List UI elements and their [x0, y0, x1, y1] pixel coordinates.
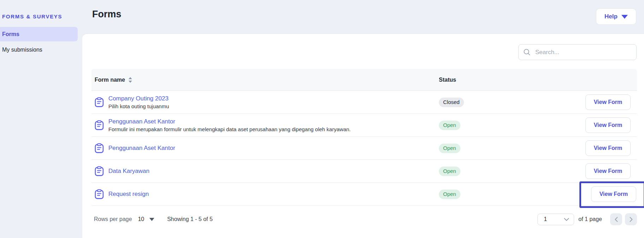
status-badge: Open: [439, 190, 460, 199]
form-name-link[interactable]: Company Outing 2023: [108, 95, 169, 102]
form-name-link[interactable]: Penggunaan Aset Kantor: [108, 145, 175, 152]
page-select[interactable]: 1: [537, 214, 574, 225]
search-row: [82, 34, 644, 60]
table-footer: Rows per page 10 Showing 1 - 5 of 5 1 of…: [91, 206, 637, 225]
table-row: Penggunaan Aset Kantor Open View Form: [91, 137, 637, 160]
help-button[interactable]: Help: [596, 8, 636, 25]
clipboard-icon: [95, 143, 104, 153]
sidebar-item-my-submissions[interactable]: My submissions: [0, 43, 78, 56]
rows-per-page-value: 10: [138, 216, 144, 222]
chevron-left-icon: [615, 217, 618, 222]
view-form-button[interactable]: View Form: [591, 186, 636, 202]
form-description: Formulir ini merupakan formulir untuk me…: [108, 126, 351, 133]
status-badge: Closed: [439, 98, 464, 107]
clipboard-icon: [95, 166, 104, 176]
table-row: Request resign Open View Form: [91, 183, 637, 206]
caret-down-icon: [149, 218, 154, 221]
form-description: Pilih kota outing tujuanmu: [108, 103, 169, 110]
page-count-text: of 1 page: [578, 216, 602, 222]
status-badge: Open: [439, 167, 460, 176]
highlight-outline: View Form: [579, 181, 644, 208]
search-input[interactable]: [535, 48, 632, 56]
rows-per-page-select[interactable]: 10: [138, 216, 155, 222]
sidebar: FORMS & SURVEYS Forms My submissions: [0, 0, 82, 238]
table-row: Penggunaan Aset Kantor Formulir ini meru…: [91, 114, 637, 137]
chevron-down-icon: [564, 218, 569, 221]
chevron-right-icon: [630, 217, 633, 222]
sidebar-title: FORMS & SURVEYS: [2, 13, 82, 19]
table-row: Data Karyawan Open View Form: [91, 160, 637, 183]
caret-down-icon: [621, 15, 628, 19]
sort-arrows-icon[interactable]: [128, 77, 132, 83]
sidebar-item-forms[interactable]: Forms: [0, 27, 78, 41]
column-header-form-name[interactable]: Form name: [95, 77, 125, 83]
next-page-button[interactable]: [625, 213, 637, 225]
sidebar-nav: Forms My submissions: [0, 27, 82, 56]
clipboard-icon: [95, 120, 104, 130]
forms-table: Form name Status: [91, 69, 637, 225]
forms-page: FORMS & SURVEYS Forms My submissions For…: [0, 0, 644, 238]
showing-text: Showing 1 - 5 of 5: [167, 216, 213, 222]
form-name-link[interactable]: Data Karyawan: [108, 168, 149, 175]
view-form-button[interactable]: View Form: [585, 94, 631, 110]
form-name-link[interactable]: Request resign: [108, 191, 149, 198]
table-header-row: Form name Status: [91, 69, 637, 91]
table-row: Company Outing 2023 Pilih kota outing tu…: [91, 91, 637, 114]
help-button-label: Help: [604, 13, 618, 20]
rows-per-page-label: Rows per page: [94, 216, 132, 222]
search-box[interactable]: [518, 44, 637, 60]
status-badge: Open: [439, 144, 460, 153]
form-name-link[interactable]: Penggunaan Aset Kantor: [108, 118, 351, 125]
view-form-button[interactable]: View Form: [585, 140, 631, 156]
pagination: 1 of 1 page: [537, 213, 637, 225]
status-badge: Open: [439, 121, 460, 130]
page-select-value: 1: [544, 216, 547, 222]
clipboard-icon: [95, 189, 104, 199]
view-form-button[interactable]: View Form: [585, 117, 631, 133]
column-header-status: Status: [439, 77, 579, 83]
search-icon: [523, 48, 531, 56]
view-form-button[interactable]: View Form: [585, 163, 631, 179]
prev-page-button[interactable]: [610, 213, 622, 225]
page-title: Forms: [92, 8, 121, 20]
clipboard-icon: [95, 97, 104, 107]
content-card: Form name Status: [82, 34, 644, 238]
